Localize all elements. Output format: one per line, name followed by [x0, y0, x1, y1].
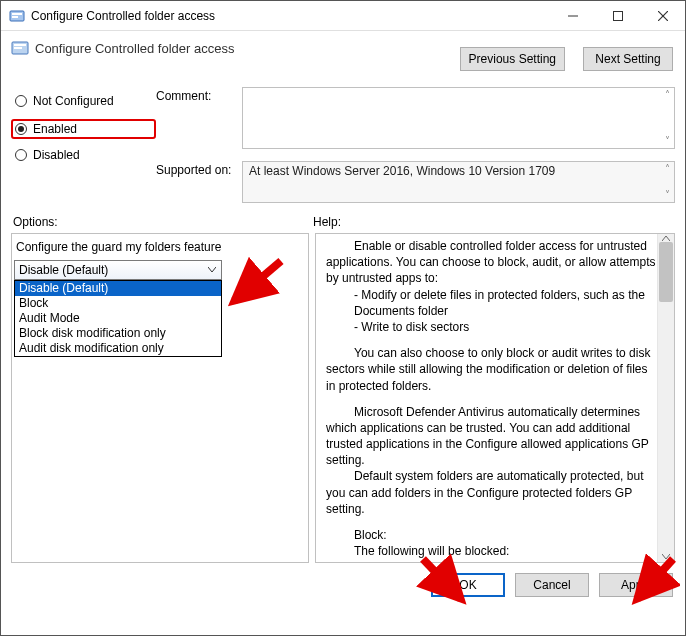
combo-option[interactable]: Audit Mode — [15, 311, 221, 326]
svg-rect-1 — [12, 13, 22, 15]
section-labels: Options: Help: — [1, 209, 685, 233]
help-p: - Write to disk sectors — [326, 319, 656, 335]
ok-button[interactable]: OK — [431, 573, 505, 597]
comment-label: Comment: — [156, 87, 236, 103]
help-p: Default system folders are automatically… — [326, 468, 656, 517]
help-p: Microsoft Defender Antivirus automatical… — [326, 404, 656, 469]
dialog-footer: OK Cancel Apply — [1, 563, 685, 607]
panels: Configure the guard my folders feature D… — [1, 233, 685, 563]
scroll-down-icon: ˅ — [662, 190, 672, 200]
combo-option[interactable]: Block disk modification only — [15, 326, 221, 341]
help-p: Block: — [326, 527, 656, 543]
close-button[interactable] — [640, 1, 685, 31]
svg-rect-4 — [613, 11, 622, 20]
scroll-up-icon[interactable]: ˄ — [662, 90, 672, 100]
help-p: The following will be blocked: — [326, 543, 656, 558]
gpo-editor-window: Configure Controlled folder access Confi… — [0, 0, 686, 636]
guard-folders-combobox[interactable]: Disable (Default) Disable (Default) Bloc… — [14, 260, 222, 280]
scroll-up-icon: ˄ — [662, 164, 672, 174]
supported-row: Supported on: At least Windows Server 20… — [156, 161, 675, 203]
radio-label: Disabled — [33, 148, 80, 162]
combo-selected-text: Disable (Default) — [19, 263, 108, 277]
supported-label: Supported on: — [156, 161, 236, 177]
radio-not-configured[interactable]: Not Configured — [11, 91, 156, 111]
policy-title: Configure Controlled folder access — [35, 41, 234, 56]
scrollbar-thumb[interactable] — [659, 242, 673, 302]
maximize-button[interactable] — [595, 1, 640, 31]
radio-disabled[interactable]: Disabled — [11, 145, 156, 165]
supported-on-box: At least Windows Server 2016, Windows 10… — [242, 161, 675, 203]
nav-buttons: Previous Setting Next Setting — [460, 47, 673, 71]
help-p: Enable or disable controlled folder acce… — [326, 238, 656, 287]
shield-policy-icon — [9, 8, 25, 24]
policy-icon — [11, 39, 29, 57]
help-panel: Enable or disable controlled folder acce… — [315, 233, 675, 563]
radio-enabled[interactable]: Enabled — [11, 119, 156, 139]
help-label: Help: — [313, 215, 341, 229]
combo-option[interactable]: Audit disk modification only — [15, 341, 221, 356]
radio-icon — [15, 95, 27, 107]
supported-on-text: At least Windows Server 2016, Windows 10… — [249, 164, 555, 178]
help-p: - Modify or delete files in protected fo… — [326, 287, 656, 319]
help-text: Enable or disable controlled folder acce… — [326, 238, 656, 558]
scroll-down-icon[interactable]: ˅ — [662, 136, 672, 146]
options-heading: Configure the guard my folders feature — [16, 240, 306, 254]
previous-setting-button[interactable]: Previous Setting — [460, 47, 565, 71]
radio-icon-checked — [15, 123, 27, 135]
help-scrollbar[interactable] — [657, 234, 674, 562]
svg-rect-2 — [12, 16, 18, 18]
titlebar: Configure Controlled folder access — [1, 1, 685, 31]
window-title: Configure Controlled folder access — [31, 9, 215, 23]
radio-label: Enabled — [33, 122, 77, 136]
comment-textarea[interactable]: ˄ ˅ — [242, 87, 675, 149]
options-panel: Configure the guard my folders feature D… — [11, 233, 309, 563]
scroll-down-icon[interactable] — [662, 554, 670, 560]
comment-row: Comment: ˄ ˅ — [156, 87, 675, 149]
minimize-button[interactable] — [550, 1, 595, 31]
combo-dropdown-list: Disable (Default) Block Audit Mode Block… — [14, 280, 222, 357]
combo-option[interactable]: Block — [15, 296, 221, 311]
chevron-down-icon[interactable] — [203, 261, 221, 279]
svg-rect-8 — [14, 44, 26, 46]
config-row: Not Configured Enabled Disabled Comment:… — [1, 87, 685, 209]
cancel-button[interactable]: Cancel — [515, 573, 589, 597]
radio-label: Not Configured — [33, 94, 114, 108]
state-radio-group: Not Configured Enabled Disabled — [11, 87, 156, 209]
apply-button[interactable]: Apply — [599, 573, 673, 597]
svg-rect-9 — [14, 47, 22, 49]
radio-icon — [15, 149, 27, 161]
right-fields: Comment: ˄ ˅ Supported on: At least Wind… — [156, 87, 675, 209]
options-label: Options: — [13, 215, 313, 229]
combo-option[interactable]: Disable (Default) — [15, 281, 221, 296]
help-p: You can also choose to only block or aud… — [326, 345, 656, 394]
next-setting-button[interactable]: Next Setting — [583, 47, 673, 71]
